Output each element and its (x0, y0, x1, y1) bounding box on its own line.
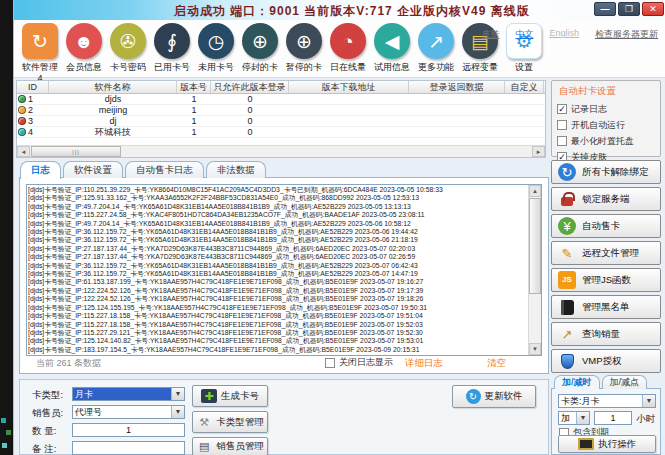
table-row[interactable]: 1djds10 (17, 94, 545, 105)
maximize-button[interactable]: ❐ (618, 2, 640, 16)
toolbar-item-banned-cards-globe[interactable]: ⊕停封的卡 (238, 23, 282, 82)
tab-3[interactable]: 自动售卡日志 (125, 161, 204, 178)
scroll-left-arrow-icon[interactable]: ◂ (17, 146, 30, 157)
card-type-value: 月卡 (73, 388, 171, 400)
table-horizontal-scrollbar[interactable]: ◂ ||| ▸ (17, 145, 545, 157)
tab-1[interactable]: 日志 (20, 161, 61, 179)
detailed-log-link[interactable]: 详细日志 (405, 357, 443, 370)
seller-manage-button[interactable]: ▤ 销售员管理 (192, 437, 268, 455)
clear-log-link[interactable]: 清空 (487, 357, 506, 370)
log-vertical-scrollbar[interactable]: ▲ ▼ (528, 185, 541, 355)
chevron-down-icon[interactable]: ▼ (171, 388, 184, 400)
adjust-tab-2[interactable]: 加/减点 (602, 375, 648, 389)
table-row[interactable]: 4环城科技10 (17, 127, 545, 138)
close-log-checkbox[interactable]: 关闭日志显示 (325, 356, 393, 369)
toolbar-item-paused-cards-globe[interactable]: ⊕暂停的卡 (282, 23, 326, 82)
card-type-manage-button[interactable]: ⚒ 卡类型管理 (192, 411, 268, 433)
operation-select[interactable]: 加 ▼ (558, 411, 590, 425)
money-bag-icon: ¥ (558, 217, 576, 235)
checkbox-icon[interactable] (557, 136, 567, 146)
note-input[interactable] (72, 441, 185, 455)
update-software-label: 更新软件 (485, 390, 523, 403)
chevron-down-icon[interactable]: ▼ (576, 412, 589, 424)
toolbar-link[interactable]: 检查服务器更新 (595, 28, 658, 41)
auto-ban-settings-title[interactable]: 自动封卡设置 (559, 85, 655, 98)
log-line: [djds]卡号验证_IP:61.153.187.199_卡号:YK18AAE9… (28, 278, 527, 286)
seller-label: 销售员: (32, 407, 63, 420)
sidebar-button-vmp-shield[interactable]: VMP授权 (551, 349, 661, 373)
minimize-button[interactable]: — (594, 2, 616, 16)
toolbar-item-used-cards[interactable]: ∮已用卡号 (150, 23, 194, 82)
log-line: [djds]卡号验证_IP:27.187.137.44_卡号:YKA7D29D6… (28, 245, 527, 253)
sidebar-button-label: 管理JS函数 (582, 274, 631, 287)
chevron-down-icon[interactable]: ▼ (171, 406, 184, 418)
close-button[interactable]: ✕ (642, 2, 664, 16)
table-header-cell[interactable]: 登录返回数据 (409, 81, 505, 93)
blackboard-icon (578, 438, 594, 450)
log-box[interactable]: [djds]卡号验证_IP:110.251.39.229_卡号:YK8664D1… (26, 184, 542, 356)
sidebar-button-sales-chart[interactable]: ↗查询销量 (551, 322, 661, 346)
toolbar-link[interactable]: 中文 (515, 28, 533, 41)
settings-checkbox-checked[interactable]: ✓记录日志 (557, 101, 655, 117)
scroll-up-arrow-icon[interactable]: ▲ (529, 185, 541, 197)
window-title: 启动成功 端口：9001 当前版本V:717 企业版内核V49 离线版 (174, 3, 530, 20)
paused-cards-globe-icon: ⊕ (286, 23, 322, 59)
tab-4[interactable]: 非法数据 (206, 161, 266, 178)
tab-2[interactable]: 软件设置 (63, 161, 123, 178)
table-cell: 1 (177, 94, 211, 105)
icon-slot: JS (558, 271, 576, 289)
scroll-thumb[interactable]: ||| (31, 146, 121, 157)
table-row[interactable]: 3dj10 (17, 116, 545, 127)
scroll-thumb[interactable] (529, 198, 541, 294)
table-row[interactable]: 2meijing10 (17, 105, 545, 116)
table-header-cell[interactable]: 只允许此版本登录 (211, 81, 289, 93)
table-header-cell[interactable]: 软件名称 (49, 81, 177, 93)
table-header-cell[interactable]: 版本号 (177, 81, 211, 93)
toolbar-item-software-manage[interactable]: ↻软件管理4 (18, 23, 62, 82)
update-software-button[interactable]: ↻ 更新软件 (452, 385, 536, 408)
card-type-manage-label: 卡类型管理 (216, 416, 264, 429)
settings-checkbox-unchecked[interactable]: 开机自动运行 (557, 117, 655, 133)
amount-input[interactable]: 1 (594, 411, 632, 425)
sidebar-button-lock[interactable]: 锁定服务端 (551, 187, 661, 211)
sidebar-button-js-functions[interactable]: JS管理JS函数 (551, 268, 661, 292)
execute-button[interactable]: 执行操作 (558, 435, 656, 453)
adjust-card-select[interactable]: 卡类:月卡 ▼ (558, 394, 656, 408)
settings-checkboxes: ✓记录日志开机自动运行最小化时置托盘✓关掉皮肤 (557, 101, 655, 165)
toolbar-item-daily-online-clock[interactable]: ◔日在线量 (326, 23, 370, 82)
seller-select[interactable]: 代理号 ▼ (72, 405, 185, 419)
auto-ban-settings-box: 自动封卡设置 ✓记录日志开机自动运行最小化时置托盘✓关掉皮肤 (551, 80, 661, 157)
toolbar-item-card-password[interactable]: ✇卡号密码 (106, 23, 150, 82)
scroll-down-arrow-icon[interactable]: ▼ (529, 343, 541, 355)
checkbox-icon[interactable] (557, 120, 567, 130)
chevron-down-icon[interactable]: ▼ (642, 395, 655, 407)
table-header-cell[interactable]: 自定义 (505, 81, 544, 93)
sidebar-button-file-edit[interactable]: ✎远程文件管理 (551, 241, 661, 265)
settings-checkbox-unchecked[interactable]: 最小化时置托盘 (557, 133, 655, 149)
toolbar-item-member-info[interactable]: ☻会员信息 (62, 23, 106, 82)
toolbar-link[interactable]: English (549, 28, 579, 41)
sidebar-button-money-bag[interactable]: ¥自动售卡 (551, 214, 661, 238)
checkbox-icon[interactable] (325, 358, 335, 368)
adjust-tab-1[interactable]: 加/减时 (554, 375, 600, 389)
toolbar-item-more-features-chart[interactable]: ↗更多功能 (414, 23, 458, 82)
quantity-input[interactable]: 1 (72, 423, 185, 437)
sidebar-button-blacklist-book[interactable]: 管理黑名单 (551, 295, 661, 319)
toolbar-item-trial-info-megaphone[interactable]: ◀试用信息 (370, 23, 414, 82)
sidebar-button-unbind-refresh[interactable]: ↻所有卡解除绑定 (551, 160, 661, 184)
log-line: [djds]卡号验证_IP:115.227.29.121_卡号:YK18AAE9… (28, 329, 527, 337)
toolbar-link[interactable]: 皮肤 (481, 28, 499, 41)
table-header-cell[interactable]: ID (17, 81, 49, 93)
software-table: ID软件名称版本号只允许此版本登录版本下载地址登录返回数据自定义 1djds10… (16, 80, 546, 158)
generate-card-button[interactable]: ✚ 生成卡号 (192, 385, 268, 407)
checkbox-icon[interactable]: ✓ (557, 104, 567, 114)
log-lines: [djds]卡号验证_IP:110.251.39.229_卡号:YK8664D1… (28, 186, 527, 354)
scroll-right-arrow-icon[interactable]: ▸ (532, 146, 545, 157)
log-line: [djds]卡号验证_IP:183.197.154.5_卡号:YK18AAE95… (28, 346, 527, 354)
toolbar-item-unused-cards[interactable]: ◷未用卡号 (194, 23, 238, 82)
log-line: [djds]卡号验证_IP:122.224.52.126_卡号:YK18AAE9… (28, 287, 527, 295)
table-header-cell[interactable]: 版本下载地址 (289, 81, 409, 93)
row-status-icon (18, 117, 26, 125)
card-type-select[interactable]: 月卡 ▼ (72, 387, 185, 401)
toolbar-icons: ↻软件管理4☻会员信息✇卡号密码∮已用卡号◷未用卡号⊕停封的卡⊕暂停的卡◔日在线… (18, 23, 546, 82)
